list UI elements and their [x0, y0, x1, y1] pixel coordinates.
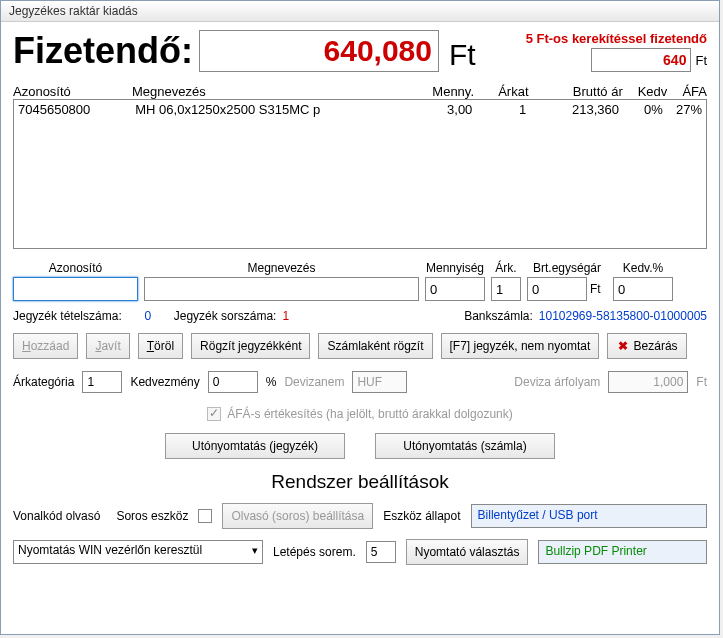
tetel-value: 0	[128, 309, 168, 323]
vat-label: ÁFÁ-s értékesítés (ha jelölt, bruttó ára…	[227, 407, 512, 421]
reader-settings-button[interactable]: Olvasó (soros) beállítása	[222, 503, 373, 529]
lbl-ark: Árk.	[491, 261, 521, 275]
serial-checkbox[interactable]	[198, 509, 212, 523]
currency-ft: Ft	[449, 38, 476, 72]
rounding-label: 5 Ft-os kerekítéssel fizetendő	[526, 31, 707, 46]
printer-value: Bullzip PDF Printer	[538, 540, 707, 564]
device-status-label: Eszköz állapot	[383, 509, 460, 523]
add-button[interactable]: Hozzáad	[13, 333, 78, 359]
th-azon: Azonosító	[13, 84, 132, 99]
input-ark[interactable]	[491, 277, 521, 301]
bank-label: Bankszámla:	[464, 309, 533, 323]
th-meg: Megnevezés	[132, 84, 410, 99]
pct-label: %	[266, 375, 277, 389]
devnem-label: Devizanem	[284, 375, 344, 389]
th-brutto: Bruttó ár	[529, 84, 623, 99]
kedv-label: Kedvezmény	[130, 375, 199, 389]
tearoff-input[interactable]	[366, 541, 396, 563]
cell-menny: 3,00	[409, 102, 473, 117]
save-as-list-button[interactable]: Rögzít jegyzékként	[191, 333, 310, 359]
th-menny: Menny.	[410, 84, 474, 99]
reprint-invoice-button[interactable]: Utónyomtatás (számla)	[375, 433, 555, 459]
input-azon[interactable]	[13, 277, 138, 301]
save-as-invoice-button[interactable]: Számlaként rögzít	[318, 333, 432, 359]
lbl-azon: Azonosító	[13, 261, 138, 275]
ft-label: Ft	[590, 282, 601, 296]
rounded-amount[interactable]	[591, 48, 691, 72]
close-button[interactable]: ✖ Bezárás	[607, 333, 686, 359]
serial-label: Soros eszköz	[116, 509, 188, 523]
sorszam-label: Jegyzék sorszáma:	[174, 309, 277, 323]
input-brt[interactable]	[527, 277, 587, 301]
cell-brutto: 213,360	[526, 102, 619, 117]
tearoff-label: Letépés sorem.	[273, 545, 356, 559]
cell-arkat: 1	[472, 102, 526, 117]
system-settings-title: Rendszer beállítások	[13, 471, 707, 493]
input-meg[interactable]	[144, 277, 419, 301]
item-list[interactable]: 7045650800 MH 06,0x1250x2500 S315MC p 3,…	[13, 99, 707, 249]
device-status-value: Billentyűzet / USB port	[471, 504, 707, 528]
payable-amount[interactable]	[199, 30, 439, 72]
arkat-label: Árkategória	[13, 375, 74, 389]
edit-button[interactable]: Javít	[86, 333, 129, 359]
f7-noprint-button[interactable]: [F7] jegyzék, nem nyomtat	[441, 333, 600, 359]
table-header: Azonosító Megnevezés Menny. Árkat Bruttó…	[13, 84, 707, 99]
lbl-meg: Megnevezés	[144, 261, 419, 275]
window-title: Jegyzékes raktár kiadás	[1, 1, 719, 22]
th-kedv: Kedv	[623, 84, 668, 99]
devnem-input	[352, 371, 407, 393]
tetel-label: Jegyzék tételszáma:	[13, 309, 122, 323]
arkat-input[interactable]	[82, 371, 122, 393]
print-mode-select[interactable]: Nyomtatás WIN vezérlőn keresztül	[13, 540, 263, 564]
table-row[interactable]: 7045650800 MH 06,0x1250x2500 S315MC p 3,…	[18, 102, 702, 117]
darf-ft: Ft	[696, 375, 707, 389]
kedv-input[interactable]	[208, 371, 258, 393]
th-arkat: Árkat	[474, 84, 529, 99]
barcode-label: Vonalkód olvasó	[13, 509, 100, 523]
darf-input	[608, 371, 688, 393]
payable-label: Fizetendő:	[13, 30, 193, 72]
delete-button[interactable]: Töröl	[138, 333, 183, 359]
lbl-kedv: Kedv.%	[613, 261, 673, 275]
lbl-menny: Mennyiség	[425, 261, 485, 275]
input-menny[interactable]	[425, 277, 485, 301]
darf-label: Deviza árfolyam	[514, 375, 600, 389]
input-kedv[interactable]	[613, 277, 673, 301]
close-icon: ✖	[616, 339, 630, 353]
close-label: Bezárás	[634, 339, 678, 353]
printer-select-button[interactable]: Nyomtató választás	[406, 539, 529, 565]
th-afa: ÁFA	[667, 84, 707, 99]
rounded-ft: Ft	[695, 53, 707, 68]
cell-meg: MH 06,0x1250x2500 S315MC p	[135, 102, 409, 117]
bank-value: 10102969-58135800-01000005	[539, 309, 707, 323]
cell-kedv: 0%	[619, 102, 663, 117]
lbl-brt: Brt.egységár	[527, 261, 607, 275]
cell-azon: 7045650800	[18, 102, 135, 117]
cell-afa: 27%	[663, 102, 702, 117]
reprint-list-button[interactable]: Utónyomtatás (jegyzék)	[165, 433, 345, 459]
sorszam-value: 1	[282, 309, 312, 323]
vat-checkbox	[207, 407, 221, 421]
